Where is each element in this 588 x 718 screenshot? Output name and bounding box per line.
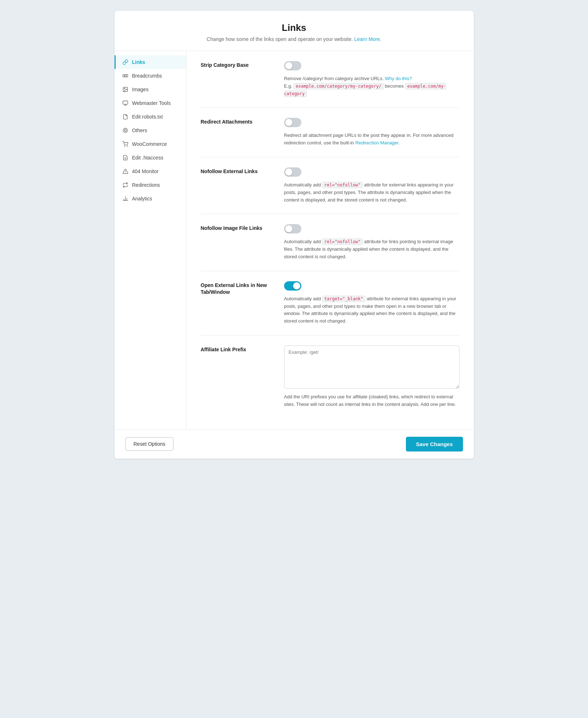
sidebar-label: WooCommerce [132,141,167,147]
toggle-wrapper [284,281,459,292]
page-header: Links Change how some of the links open … [115,11,474,51]
sidebar-item-links[interactable]: Links [115,55,186,69]
affiliate-textarea[interactable] [284,346,459,389]
sidebar-label: Images [132,87,149,92]
svg-point-4 [124,88,125,89]
setting-label: Nofollow Image File Links [201,224,273,232]
reset-options-button[interactable]: Reset Options [125,437,174,451]
setting-strip-category-base: Strip Category Base Remove /category/ fr… [201,51,459,108]
page-wrapper: Links Change how some of the links open … [115,11,474,459]
svg-point-8 [123,128,128,133]
svg-rect-5 [123,101,128,104]
setting-control: Automatically add target="_blank" attrib… [284,281,459,325]
sidebar: Links Breadcrumbs [115,51,186,429]
setting-label: Redirect Attachments [201,118,273,126]
sidebar-label: Breadcrumbs [132,73,162,79]
sidebar-item-webmaster-tools[interactable]: Webmaster Tools [115,96,186,110]
setting-control: Automatically add rel="nofollow" attribu… [284,224,459,260]
svg-point-10 [124,146,125,146]
save-changes-button[interactable]: Save Changes [406,437,463,451]
setting-control: Automatically add rel="nofollow" attribu… [284,167,459,204]
sidebar-label: Others [132,128,147,133]
sidebar-item-redirections[interactable]: Redirections [115,178,186,192]
setting-control: Remove /category/ from category archive … [284,61,459,97]
main-content: Strip Category Base Remove /category/ fr… [186,51,474,429]
setting-description: Redirect all attachment page URLs to the… [284,132,459,147]
sidebar-label: Edit .htaccess [132,155,163,161]
chart-icon [122,195,129,202]
sidebar-label: Webmaster Tools [132,100,171,106]
setting-redirect-attachments: Redirect Attachments Redirect all attach… [201,108,459,157]
svg-rect-1 [125,75,126,77]
toggle-wrapper [284,167,459,178]
svg-rect-2 [126,75,128,77]
page-footer: Reset Options Save Changes [115,429,474,459]
learn-more-link[interactable]: Learn More [354,36,380,42]
sidebar-item-analytics[interactable]: Analytics [115,192,186,205]
svg-point-9 [124,129,126,131]
setting-control: Redirect all attachment page URLs to the… [284,118,459,147]
setting-nofollow-external-links: Nofollow External Links Automatically ad… [201,157,459,214]
toggle-nofollow-image[interactable] [284,224,301,233]
redirection-manager-link[interactable]: Redirection Manager [355,140,398,145]
file-icon [122,114,129,120]
sidebar-label: Analytics [132,196,152,201]
image-icon [122,86,129,93]
link-icon [122,59,129,65]
toggle-wrapper [284,61,459,71]
toggle-redirect-attachments[interactable] [284,118,301,127]
setting-description: Remove /category/ from category archive … [284,75,459,97]
setting-description: Automatically add rel="nofollow" attribu… [284,181,459,204]
setting-description: Add the URI prefixes you use for affilia… [284,393,459,408]
doc-icon [122,154,129,161]
sidebar-item-images[interactable]: Images [115,83,186,96]
setting-control: Add the URI prefixes you use for affilia… [284,346,459,408]
setting-label: Affiliate Link Prefix [201,346,273,353]
sidebar-item-edit-htaccess[interactable]: Edit .htaccess [115,151,186,165]
why-do-this-link[interactable]: Why do this? [385,76,412,81]
sidebar-label: 404 Monitor [132,168,159,174]
svg-point-11 [127,146,127,146]
sidebar-item-breadcrumbs[interactable]: Breadcrumbs [115,69,186,83]
circle-icon [122,127,129,134]
redirect-icon [122,182,129,188]
toggle-wrapper [284,224,459,235]
setting-label: Open External Links in New Tab/Window [201,281,273,296]
page-title: Links [129,22,459,33]
warning-icon [122,168,129,175]
toggle-thumb [285,168,292,176]
tools-icon [122,100,129,106]
sidebar-label: Links [132,59,145,65]
setting-nofollow-image-file-links: Nofollow Image File Links Automatically … [201,214,459,271]
toggle-open-new-tab[interactable] [284,281,301,291]
toggle-thumb [285,62,292,69]
sidebar-label: Edit robots.txt [132,114,163,120]
toggle-thumb [285,225,292,232]
sidebar-label: Redirections [132,182,160,188]
breadcrumb-icon [122,73,129,79]
toggle-thumb [285,119,292,126]
sidebar-item-others[interactable]: Others [115,124,186,137]
sidebar-item-woocommerce[interactable]: WooCommerce [115,137,186,151]
setting-label: Strip Category Base [201,61,273,69]
setting-open-external-new-tab: Open External Links in New Tab/Window Au… [201,271,459,335]
setting-affiliate-link-prefix: Affiliate Link Prefix Add the URI prefix… [201,335,459,418]
setting-label: Nofollow External Links [201,167,273,175]
setting-description: Automatically add target="_blank" attrib… [284,295,459,325]
svg-rect-0 [123,75,124,77]
sidebar-item-404-monitor[interactable]: 404 Monitor [115,165,186,178]
toggle-wrapper [284,118,459,128]
cart-icon [122,141,129,147]
sidebar-item-edit-robots[interactable]: Edit robots.txt [115,110,186,124]
toggle-strip-category-base[interactable] [284,61,301,70]
setting-description: Automatically add rel="nofollow" attribu… [284,238,459,260]
toggle-nofollow-external[interactable] [284,167,301,177]
page-body: Links Breadcrumbs [115,51,474,429]
toggle-thumb [293,282,300,289]
page-description: Change how some of the links open and op… [129,36,459,42]
